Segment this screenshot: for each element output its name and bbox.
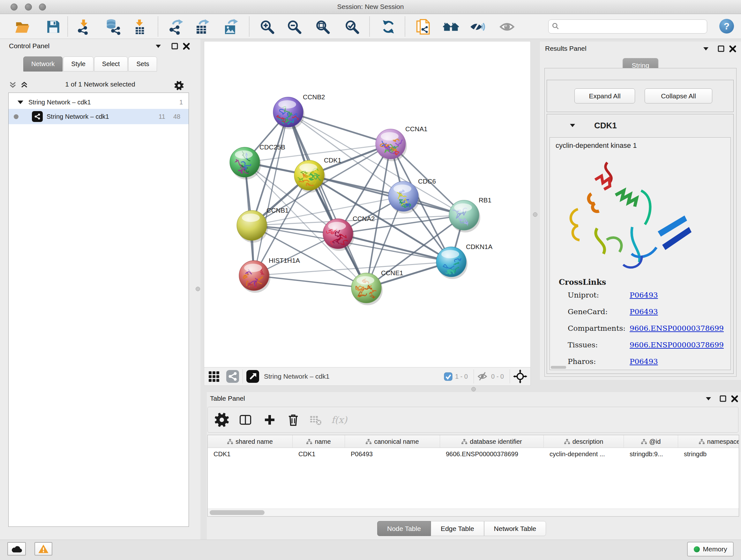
memory-status-icon (694, 546, 700, 552)
selected-checkbox-icon[interactable] (444, 372, 453, 381)
right-splitter-handle[interactable] (533, 212, 537, 217)
export-table-icon[interactable] (193, 18, 211, 36)
cloud-status-button[interactable] (7, 542, 26, 556)
column-header-label: name (315, 438, 331, 445)
expand-all-button[interactable]: Expand All (575, 88, 635, 104)
share-session-file-icon[interactable] (414, 18, 433, 36)
network-options-gear-icon[interactable] (174, 80, 185, 91)
network-node-CCNA2[interactable] (323, 219, 354, 251)
table-options-gear-icon[interactable] (213, 412, 230, 428)
toolbar-separator (405, 17, 405, 37)
float-panel-icon[interactable] (719, 395, 727, 402)
help-icon[interactable]: ? (719, 19, 734, 34)
column-header-name[interactable]: name (293, 435, 345, 448)
hidden-eye-icon[interactable] (477, 372, 488, 381)
network-node-HIST1H1A[interactable] (239, 260, 270, 293)
birdseye-view-icon[interactable] (246, 370, 259, 383)
import-network-file-icon[interactable] (75, 18, 93, 36)
gene-section-header[interactable]: CDK1 (547, 114, 733, 137)
zoom-out-icon[interactable] (285, 18, 304, 36)
collapse-all-button[interactable]: Collapse All (645, 88, 712, 104)
tab-network-table[interactable]: Network Table (484, 521, 546, 536)
preview-eye-icon[interactable] (498, 18, 517, 36)
memory-button[interactable]: Memory (687, 542, 734, 557)
table-cell[interactable]: cyclin-dependent ... (544, 450, 624, 458)
export-image-icon[interactable] (221, 18, 240, 36)
network-edge[interactable] (309, 175, 464, 215)
panel-menu-icon[interactable] (703, 47, 709, 51)
home-icon[interactable] (442, 18, 460, 36)
tab-edge-table[interactable]: Edge Table (431, 521, 484, 536)
pan-crosshair-icon[interactable] (513, 369, 527, 383)
network-row-selected[interactable]: String Network – cdk1 11 48 (9, 109, 189, 124)
network-node-CCNE1[interactable] (351, 273, 383, 305)
table-cell[interactable]: stringdb (678, 450, 739, 458)
column-header-shared-name[interactable]: shared name (208, 435, 293, 448)
column-header-database-identifier[interactable]: database identifier (440, 435, 544, 448)
crosslink-link[interactable]: P06493 (630, 291, 658, 299)
search-input[interactable] (548, 19, 707, 34)
table-horizontal-scrollbar[interactable] (208, 509, 739, 516)
network-view-title: String Network – cdk1 (264, 373, 329, 380)
show-columns-icon[interactable] (237, 412, 254, 428)
panel-menu-icon[interactable] (156, 45, 161, 48)
refresh-layout-icon[interactable] (379, 18, 398, 36)
float-panel-icon[interactable] (718, 45, 725, 53)
network-node-CCNA1[interactable] (376, 129, 407, 161)
network-edge[interactable] (254, 275, 366, 288)
crosslink-label: Pharos: (568, 357, 596, 366)
table-cell[interactable]: CDK1 (208, 450, 293, 458)
crosslink-link[interactable]: P06493 (630, 307, 658, 316)
save-session-icon[interactable] (44, 18, 63, 36)
network-node-CDK1[interactable] (294, 160, 326, 192)
network-badge-icon[interactable] (226, 370, 239, 383)
column-header-namespace[interactable]: namespace (678, 435, 739, 448)
zoom-fit-icon[interactable] (313, 18, 332, 36)
crosslink-link[interactable]: P06493 (630, 357, 658, 366)
close-panel-icon[interactable] (731, 395, 738, 402)
gene-collapse-icon[interactable] (570, 124, 575, 127)
network-node-CDKN1A[interactable] (436, 247, 468, 279)
delete-column-trash-icon[interactable] (285, 412, 301, 428)
open-session-icon[interactable] (13, 18, 31, 36)
column-header-id[interactable]: @id (624, 435, 678, 448)
bottom-splitter-handle[interactable] (471, 387, 476, 391)
add-column-icon[interactable] (261, 412, 278, 428)
zoom-in-icon[interactable] (258, 18, 276, 36)
tab-sets[interactable]: Sets (128, 57, 157, 71)
table-cell[interactable]: P06493 (345, 450, 440, 458)
tab-node-table[interactable]: Node Table (377, 521, 431, 536)
crosslink-link[interactable]: 9606.ENSP00000378699 (630, 324, 724, 332)
float-panel-icon[interactable] (171, 43, 179, 50)
grid-view-icon[interactable] (208, 370, 221, 383)
tab-style[interactable]: Style (63, 57, 93, 71)
table-cell[interactable]: 9606.ENSP00000378699 (440, 450, 544, 458)
network-node-CDC25B[interactable] (230, 147, 261, 179)
network-collection-row[interactable]: String Network – cdk1 1 (9, 95, 189, 110)
collection-expand-icon[interactable] (17, 101, 23, 104)
import-table-file-icon[interactable] (130, 18, 149, 36)
tab-select[interactable]: Select (94, 57, 128, 71)
network-canvas[interactable]: CCNB2CCNA1CDC25BCDK1CDC6RB1CCNB1CCNA2CDK… (204, 42, 530, 367)
import-network-database-icon[interactable] (104, 18, 123, 36)
close-panel-icon[interactable] (729, 45, 737, 53)
warning-status-button[interactable] (35, 542, 52, 556)
hide-labels-eye-icon[interactable] (469, 18, 487, 36)
scrollbar-thumb[interactable] (210, 510, 265, 515)
panel-menu-icon[interactable] (706, 397, 711, 400)
table-row[interactable]: CDK1CDK1P064939606.ENSP00000378699cyclin… (208, 448, 739, 460)
network-node-RB1[interactable] (449, 200, 480, 233)
tab-network[interactable]: Network (23, 57, 63, 71)
left-splitter-handle[interactable] (196, 287, 200, 291)
network-edge[interactable] (254, 112, 288, 275)
zoom-selected-icon[interactable] (343, 18, 361, 36)
export-network-icon[interactable] (167, 18, 185, 36)
table-cell[interactable]: CDK1 (293, 450, 345, 458)
close-panel-icon[interactable] (183, 43, 190, 50)
horizontal-scrollbar-thumb[interactable] (551, 366, 566, 369)
table-cell[interactable]: stringdb:9... (624, 450, 678, 458)
node-gloss-highlight (394, 185, 411, 193)
column-header-canonical-name[interactable]: canonical name (345, 435, 440, 448)
crosslink-link[interactable]: 9606.ENSP00000378699 (630, 341, 724, 349)
column-header-description[interactable]: description (544, 435, 624, 448)
